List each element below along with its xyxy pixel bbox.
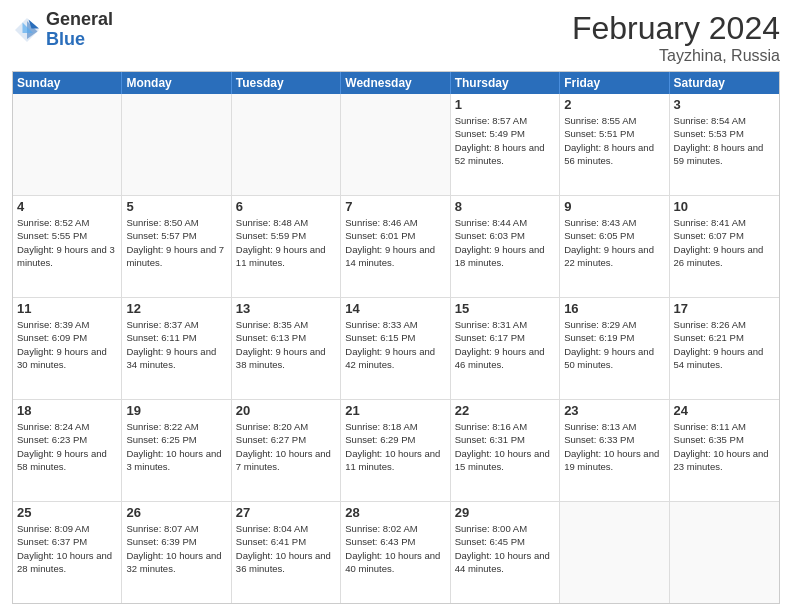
header-tuesday: Tuesday xyxy=(232,72,341,94)
week-row-0: 1Sunrise: 8:57 AM Sunset: 5:49 PM Daylig… xyxy=(13,94,779,196)
cal-cell-3-0: 18Sunrise: 8:24 AM Sunset: 6:23 PM Dayli… xyxy=(13,400,122,501)
header-friday: Friday xyxy=(560,72,669,94)
cal-cell-0-1 xyxy=(122,94,231,195)
day-number-1-2: 6 xyxy=(236,199,336,214)
page: General Blue February 2024 Tayzhina, Rus… xyxy=(0,0,792,612)
cal-cell-2-5: 16Sunrise: 8:29 AM Sunset: 6:19 PM Dayli… xyxy=(560,298,669,399)
day-number-1-0: 4 xyxy=(17,199,117,214)
cal-cell-1-6: 10Sunrise: 8:41 AM Sunset: 6:07 PM Dayli… xyxy=(670,196,779,297)
week-row-4: 25Sunrise: 8:09 AM Sunset: 6:37 PM Dayli… xyxy=(13,502,779,603)
month-title: February 2024 xyxy=(572,10,780,47)
cal-cell-2-3: 14Sunrise: 8:33 AM Sunset: 6:15 PM Dayli… xyxy=(341,298,450,399)
location-title: Tayzhina, Russia xyxy=(572,47,780,65)
day-info-4-3: Sunrise: 8:02 AM Sunset: 6:43 PM Dayligh… xyxy=(345,522,445,575)
cal-cell-3-6: 24Sunrise: 8:11 AM Sunset: 6:35 PM Dayli… xyxy=(670,400,779,501)
day-info-2-1: Sunrise: 8:37 AM Sunset: 6:11 PM Dayligh… xyxy=(126,318,226,371)
cal-cell-1-2: 6Sunrise: 8:48 AM Sunset: 5:59 PM Daylig… xyxy=(232,196,341,297)
day-number-2-6: 17 xyxy=(674,301,775,316)
header-thursday: Thursday xyxy=(451,72,560,94)
day-info-3-3: Sunrise: 8:18 AM Sunset: 6:29 PM Dayligh… xyxy=(345,420,445,473)
week-row-3: 18Sunrise: 8:24 AM Sunset: 6:23 PM Dayli… xyxy=(13,400,779,502)
day-number-3-5: 23 xyxy=(564,403,664,418)
cal-cell-0-4: 1Sunrise: 8:57 AM Sunset: 5:49 PM Daylig… xyxy=(451,94,560,195)
week-row-1: 4Sunrise: 8:52 AM Sunset: 5:55 PM Daylig… xyxy=(13,196,779,298)
logo-icon xyxy=(12,15,42,45)
cal-cell-0-0 xyxy=(13,94,122,195)
day-info-0-4: Sunrise: 8:57 AM Sunset: 5:49 PM Dayligh… xyxy=(455,114,555,167)
day-info-2-0: Sunrise: 8:39 AM Sunset: 6:09 PM Dayligh… xyxy=(17,318,117,371)
cal-cell-3-1: 19Sunrise: 8:22 AM Sunset: 6:25 PM Dayli… xyxy=(122,400,231,501)
day-info-1-3: Sunrise: 8:46 AM Sunset: 6:01 PM Dayligh… xyxy=(345,216,445,269)
cal-cell-4-4: 29Sunrise: 8:00 AM Sunset: 6:45 PM Dayli… xyxy=(451,502,560,603)
day-info-1-2: Sunrise: 8:48 AM Sunset: 5:59 PM Dayligh… xyxy=(236,216,336,269)
day-info-2-6: Sunrise: 8:26 AM Sunset: 6:21 PM Dayligh… xyxy=(674,318,775,371)
day-info-4-2: Sunrise: 8:04 AM Sunset: 6:41 PM Dayligh… xyxy=(236,522,336,575)
day-info-0-5: Sunrise: 8:55 AM Sunset: 5:51 PM Dayligh… xyxy=(564,114,664,167)
logo-general-text: General xyxy=(46,10,113,30)
day-info-2-5: Sunrise: 8:29 AM Sunset: 6:19 PM Dayligh… xyxy=(564,318,664,371)
header-wednesday: Wednesday xyxy=(341,72,450,94)
day-number-4-4: 29 xyxy=(455,505,555,520)
logo-blue-text: Blue xyxy=(46,30,113,50)
day-info-1-5: Sunrise: 8:43 AM Sunset: 6:05 PM Dayligh… xyxy=(564,216,664,269)
cal-cell-2-1: 12Sunrise: 8:37 AM Sunset: 6:11 PM Dayli… xyxy=(122,298,231,399)
day-number-3-4: 22 xyxy=(455,403,555,418)
day-number-1-6: 10 xyxy=(674,199,775,214)
cal-cell-4-6 xyxy=(670,502,779,603)
cal-cell-0-3 xyxy=(341,94,450,195)
day-number-3-2: 20 xyxy=(236,403,336,418)
day-number-1-3: 7 xyxy=(345,199,445,214)
cal-cell-0-2 xyxy=(232,94,341,195)
cal-cell-3-3: 21Sunrise: 8:18 AM Sunset: 6:29 PM Dayli… xyxy=(341,400,450,501)
logo: General Blue xyxy=(12,10,113,50)
day-info-2-2: Sunrise: 8:35 AM Sunset: 6:13 PM Dayligh… xyxy=(236,318,336,371)
cal-cell-2-6: 17Sunrise: 8:26 AM Sunset: 6:21 PM Dayli… xyxy=(670,298,779,399)
header-sunday: Sunday xyxy=(13,72,122,94)
cal-cell-0-6: 3Sunrise: 8:54 AM Sunset: 5:53 PM Daylig… xyxy=(670,94,779,195)
day-number-3-0: 18 xyxy=(17,403,117,418)
cal-cell-4-1: 26Sunrise: 8:07 AM Sunset: 6:39 PM Dayli… xyxy=(122,502,231,603)
logo-text: General Blue xyxy=(46,10,113,50)
header-monday: Monday xyxy=(122,72,231,94)
header: General Blue February 2024 Tayzhina, Rus… xyxy=(12,10,780,65)
cal-cell-3-5: 23Sunrise: 8:13 AM Sunset: 6:33 PM Dayli… xyxy=(560,400,669,501)
day-number-4-3: 28 xyxy=(345,505,445,520)
day-number-1-1: 5 xyxy=(126,199,226,214)
header-saturday: Saturday xyxy=(670,72,779,94)
calendar-header: Sunday Monday Tuesday Wednesday Thursday… xyxy=(13,72,779,94)
day-number-2-1: 12 xyxy=(126,301,226,316)
day-number-2-2: 13 xyxy=(236,301,336,316)
cal-cell-4-0: 25Sunrise: 8:09 AM Sunset: 6:37 PM Dayli… xyxy=(13,502,122,603)
day-info-2-4: Sunrise: 8:31 AM Sunset: 6:17 PM Dayligh… xyxy=(455,318,555,371)
day-number-2-4: 15 xyxy=(455,301,555,316)
day-info-0-6: Sunrise: 8:54 AM Sunset: 5:53 PM Dayligh… xyxy=(674,114,775,167)
day-info-3-2: Sunrise: 8:20 AM Sunset: 6:27 PM Dayligh… xyxy=(236,420,336,473)
day-info-3-1: Sunrise: 8:22 AM Sunset: 6:25 PM Dayligh… xyxy=(126,420,226,473)
day-info-3-0: Sunrise: 8:24 AM Sunset: 6:23 PM Dayligh… xyxy=(17,420,117,473)
day-number-4-1: 26 xyxy=(126,505,226,520)
day-number-4-2: 27 xyxy=(236,505,336,520)
day-info-4-0: Sunrise: 8:09 AM Sunset: 6:37 PM Dayligh… xyxy=(17,522,117,575)
day-number-3-1: 19 xyxy=(126,403,226,418)
day-number-4-0: 25 xyxy=(17,505,117,520)
day-number-2-0: 11 xyxy=(17,301,117,316)
day-info-4-1: Sunrise: 8:07 AM Sunset: 6:39 PM Dayligh… xyxy=(126,522,226,575)
day-info-1-6: Sunrise: 8:41 AM Sunset: 6:07 PM Dayligh… xyxy=(674,216,775,269)
cal-cell-2-4: 15Sunrise: 8:31 AM Sunset: 6:17 PM Dayli… xyxy=(451,298,560,399)
day-info-4-4: Sunrise: 8:00 AM Sunset: 6:45 PM Dayligh… xyxy=(455,522,555,575)
day-number-1-5: 9 xyxy=(564,199,664,214)
day-info-1-1: Sunrise: 8:50 AM Sunset: 5:57 PM Dayligh… xyxy=(126,216,226,269)
day-info-1-0: Sunrise: 8:52 AM Sunset: 5:55 PM Dayligh… xyxy=(17,216,117,269)
day-info-3-5: Sunrise: 8:13 AM Sunset: 6:33 PM Dayligh… xyxy=(564,420,664,473)
calendar: Sunday Monday Tuesday Wednesday Thursday… xyxy=(12,71,780,604)
cal-cell-2-0: 11Sunrise: 8:39 AM Sunset: 6:09 PM Dayli… xyxy=(13,298,122,399)
cal-cell-1-4: 8Sunrise: 8:44 AM Sunset: 6:03 PM Daylig… xyxy=(451,196,560,297)
day-number-3-3: 21 xyxy=(345,403,445,418)
calendar-body: 1Sunrise: 8:57 AM Sunset: 5:49 PM Daylig… xyxy=(13,94,779,603)
day-number-0-5: 2 xyxy=(564,97,664,112)
day-number-2-3: 14 xyxy=(345,301,445,316)
day-number-0-6: 3 xyxy=(674,97,775,112)
cal-cell-4-5 xyxy=(560,502,669,603)
day-info-3-4: Sunrise: 8:16 AM Sunset: 6:31 PM Dayligh… xyxy=(455,420,555,473)
cal-cell-3-4: 22Sunrise: 8:16 AM Sunset: 6:31 PM Dayli… xyxy=(451,400,560,501)
